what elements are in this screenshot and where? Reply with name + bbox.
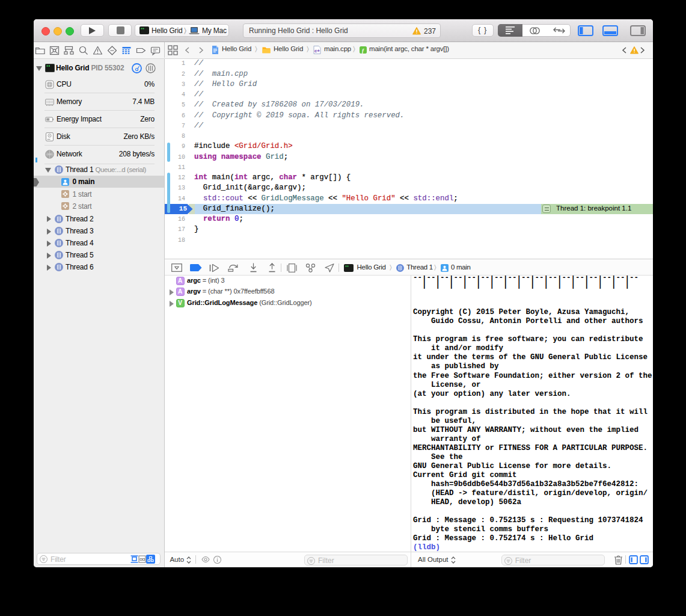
svg-text:c+: c+: [314, 48, 320, 54]
